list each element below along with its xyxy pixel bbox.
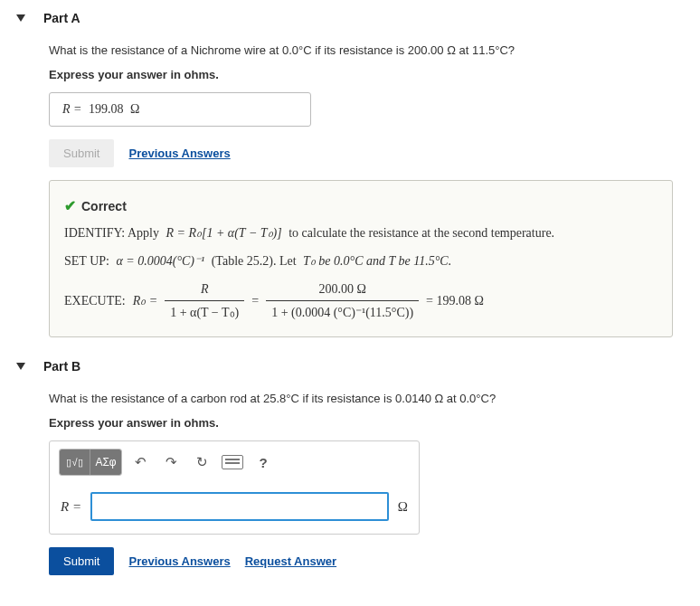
setup-t0: T₀ be 0.0°C and T be 11.5°C. [303, 254, 451, 268]
fraction-1: R 1 + α(T − T₀) [165, 278, 244, 324]
frac2-num: 200.00 Ω [266, 278, 419, 301]
previous-answers-link-b[interactable]: Previous Answers [128, 554, 230, 568]
frac1-den: 1 + α(T − T₀) [165, 301, 244, 324]
undo-icon[interactable]: ↶ [128, 450, 153, 475]
identify-tail: to calculate the resistance at the secon… [289, 226, 554, 240]
answer-input[interactable] [90, 492, 389, 521]
input-unit: Ω [398, 499, 408, 515]
part-b-title: Part B [43, 359, 80, 374]
feedback-box: ✔ Correct IDENTIFY: Apply R = R₀[1 + α(T… [49, 180, 673, 338]
setup-label: SET UP: [64, 254, 109, 268]
part-a-section: Part A What is the resistance of a Nichr… [16, 11, 684, 337]
part-a-answer-display: R = 199.08 Ω [49, 92, 311, 127]
answer-toolbar: ▯√▯ ΑΣφ ↶ ↷ ↻ ? [50, 441, 419, 483]
part-a-instruction: Express your answer in ohms. [49, 68, 684, 81]
answer-prefix: R = [62, 102, 82, 116]
part-b-instruction: Express your answer in ohms. [49, 416, 684, 430]
reset-icon[interactable]: ↻ [189, 450, 214, 475]
answer-value: 199.08 [89, 102, 124, 116]
frac2-den: 1 + (0.0004 (°C)⁻¹(11.5°C)) [266, 301, 419, 324]
collapse-icon [16, 363, 25, 370]
setup-alpha: α = 0.0004(°C)⁻¹ [116, 254, 204, 268]
collapse-icon [16, 14, 25, 22]
answer-panel: ▯√▯ ΑΣφ ↶ ↷ ↻ ? R = Ω [49, 440, 420, 535]
feedback-status: Correct [81, 195, 127, 218]
templates-button[interactable]: ▯√▯ [60, 450, 90, 475]
frac1-num: R [201, 282, 209, 296]
input-prefix: R = [61, 499, 81, 515]
part-a-question: What is the resistance of a Nichrome wir… [49, 42, 684, 61]
part-b-section: Part B What is the resistance of a carbo… [16, 359, 684, 575]
answer-unit: Ω [130, 102, 139, 116]
part-b-question: What is the resistance of a carbon rod a… [49, 390, 684, 409]
redo-icon[interactable]: ↷ [158, 450, 184, 475]
execute-result: = 199.08 Ω [426, 289, 484, 312]
execute-label: EXECUTE: [64, 289, 126, 312]
identify-label: IDENTIFY: Apply [64, 226, 159, 240]
submit-button-a: Submit [49, 139, 114, 167]
setup-table: (Table 25.2). Let [212, 254, 297, 268]
help-icon[interactable]: ? [251, 450, 276, 475]
part-a-title: Part A [43, 11, 80, 25]
keyboard-icon[interactable] [220, 450, 245, 475]
request-answer-link[interactable]: Request Answer [245, 554, 336, 568]
submit-button-b[interactable]: Submit [49, 547, 114, 575]
previous-answers-link-a[interactable]: Previous Answers [128, 147, 230, 160]
fraction-2: 200.00 Ω 1 + (0.0004 (°C)⁻¹(11.5°C)) [266, 278, 419, 324]
part-a-header[interactable]: Part A [16, 11, 684, 25]
part-b-header[interactable]: Part B [16, 359, 684, 374]
execute-lhs: R₀ = [133, 289, 158, 312]
symbols-button[interactable]: ΑΣφ [90, 450, 121, 475]
identify-formula: R = R₀[1 + α(T − T₀)] [166, 226, 281, 240]
check-icon: ✔ [64, 194, 76, 220]
